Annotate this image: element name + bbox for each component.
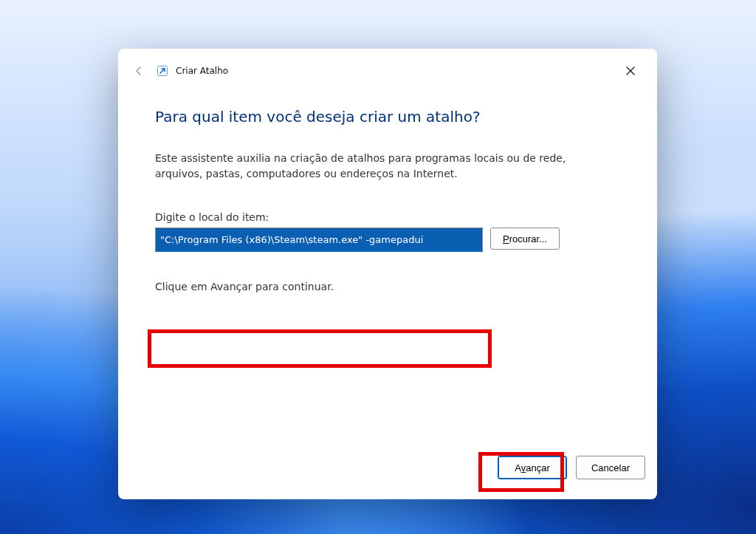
- close-button[interactable]: [614, 60, 647, 82]
- dialog-title: Criar Atalho: [176, 66, 228, 76]
- continue-hint: Clique em Avançar para continuar.: [155, 281, 620, 292]
- next-button[interactable]: Avançar: [498, 456, 567, 479]
- next-rest: ançar: [526, 462, 550, 473]
- tutorial-highlight-input: [148, 329, 492, 368]
- titlebar: Criar Atalho: [118, 49, 657, 86]
- browse-rest: rocurar...: [509, 233, 547, 244]
- cancel-button[interactable]: Cancelar: [576, 456, 645, 479]
- item-location-input[interactable]: [155, 227, 483, 252]
- dialog-content: Para qual item você deseja criar um atal…: [118, 86, 657, 435]
- back-icon[interactable]: [128, 61, 149, 81]
- close-icon: [626, 66, 635, 75]
- browse-button[interactable]: Procurar...: [490, 227, 560, 250]
- page-heading: Para qual item você deseja criar um atal…: [155, 108, 620, 126]
- dialog-footer: Avançar Cancelar: [118, 435, 657, 499]
- next-pre: A: [515, 462, 520, 473]
- path-label: Digite o local do item:: [155, 211, 620, 223]
- browse-accel: P: [503, 233, 509, 244]
- create-shortcut-dialog: Criar Atalho Para qual item você deseja …: [118, 49, 657, 499]
- wizard-description: Este assistente auxilia na criação de at…: [155, 151, 583, 182]
- shortcut-overlay-icon: [157, 65, 168, 77]
